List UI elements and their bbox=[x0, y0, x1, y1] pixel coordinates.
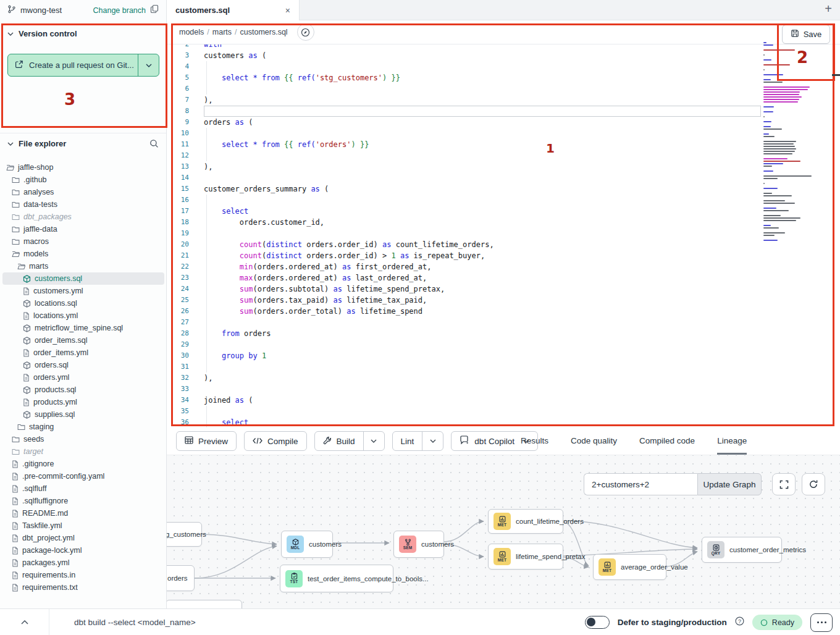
code-line-23[interactable]: 23 max(orders.ordered_at) as last_ordere… bbox=[167, 272, 840, 284]
code-line-6[interactable]: 6 bbox=[167, 83, 840, 95]
tree-item-dbt-project-yml[interactable]: dbt_project.yml bbox=[2, 532, 164, 544]
code-line-12[interactable]: 12 bbox=[167, 150, 840, 161]
tree-item-seeds[interactable]: seeds bbox=[2, 433, 164, 445]
overflow-menu-button[interactable] bbox=[810, 613, 833, 632]
command-input[interactable]: dbt build --select <model_name> bbox=[74, 618, 196, 627]
code-line-30[interactable]: 30 group by 1 bbox=[167, 350, 840, 361]
tree-item-orders-sql[interactable]: orders.sql bbox=[2, 359, 164, 371]
tab-lineage[interactable]: Lineage bbox=[717, 427, 747, 455]
lineage-node-orders[interactable]: orders bbox=[167, 565, 195, 591]
update-graph-button[interactable]: Update Graph bbox=[697, 473, 762, 495]
lineage-node-test-order-items-compute-to-bools-[interactable]: TSTtest_order_items_compute_to_bools... bbox=[280, 565, 393, 592]
defer-toggle[interactable] bbox=[585, 616, 610, 629]
lineage-node-customers[interactable]: SEMcustomers bbox=[393, 531, 444, 558]
tree-item-orders-yml[interactable]: orders.yml bbox=[2, 371, 164, 384]
code-line-16[interactable]: 16 bbox=[167, 195, 840, 206]
lineage-node-customers[interactable]: MDLcustomers bbox=[281, 531, 333, 558]
tree-item-locations-yml[interactable]: locations.yml bbox=[2, 309, 164, 322]
tree-item-analyses[interactable]: analyses bbox=[2, 186, 164, 198]
pr-dropdown-toggle[interactable] bbox=[138, 54, 159, 76]
breadcrumb-item[interactable]: models bbox=[179, 28, 204, 36]
tree-item-customers-yml[interactable]: customers.yml bbox=[2, 285, 164, 297]
fullscreen-button[interactable] bbox=[772, 473, 796, 495]
refresh-button[interactable] bbox=[802, 473, 825, 495]
tree-item-requirements-in[interactable]: requirements.in bbox=[2, 569, 164, 581]
code-line-11[interactable]: 11 select * from {{ ref('orders') }} bbox=[167, 139, 840, 150]
tree-item-customers-sql[interactable]: customers.sql bbox=[2, 272, 164, 285]
lineage-node-lifetime-spend-pretax[interactable]: METlifetime_spend_pretax bbox=[488, 544, 563, 570]
code-line-14[interactable]: 14 bbox=[167, 172, 840, 183]
tree-item--pre-commit-config-yaml[interactable]: .pre-commit-config.yaml bbox=[2, 470, 164, 482]
compass-icon-button[interactable] bbox=[297, 23, 314, 41]
build-button[interactable]: Build bbox=[315, 432, 363, 450]
code-line-9[interactable]: 9orders as ( bbox=[167, 117, 840, 128]
lineage-node-count-lifetime-orders[interactable]: METcount_lifetime_orders bbox=[488, 509, 563, 534]
lineage-node-customer-order-metrics[interactable]: QRYcustomer_order_metrics bbox=[702, 537, 782, 563]
breadcrumb-item[interactable]: customers.sql bbox=[240, 28, 288, 36]
code-line-17[interactable]: 17 select bbox=[167, 206, 840, 217]
file-explorer-header[interactable]: File explorer bbox=[0, 139, 166, 148]
preview-button[interactable]: Preview bbox=[176, 431, 237, 451]
code-line-29[interactable]: 29 bbox=[167, 339, 840, 350]
tree-item-readme-md[interactable]: README.md bbox=[2, 507, 164, 519]
save-button[interactable]: Save bbox=[782, 25, 830, 44]
code-editor[interactable]: 2with3customers as (45 select * from {{ … bbox=[167, 44, 840, 427]
code-line-7[interactable]: 7), bbox=[167, 95, 840, 106]
lineage-node-average-order-value[interactable]: METaverage_order_value bbox=[593, 554, 666, 580]
tree-item-target[interactable]: target bbox=[2, 445, 164, 458]
tree-item-jaffle-data[interactable]: jaffle-data bbox=[2, 223, 164, 235]
code-line-32[interactable]: 32), bbox=[167, 372, 840, 384]
compile-button[interactable]: Compile bbox=[244, 431, 307, 451]
code-line-19[interactable]: 19 bbox=[167, 228, 840, 239]
code-line-13[interactable]: 13), bbox=[167, 161, 840, 172]
lint-dropdown[interactable] bbox=[422, 432, 443, 450]
tree-item-products-sql[interactable]: products.sql bbox=[2, 384, 164, 396]
search-icon[interactable] bbox=[149, 139, 159, 148]
create-pr-button[interactable]: Create a pull request on Git... bbox=[7, 54, 159, 77]
editor-tab[interactable]: customers.sql × bbox=[167, 0, 300, 20]
create-pr-main[interactable]: Create a pull request on Git... bbox=[8, 54, 138, 76]
help-icon[interactable]: ? bbox=[735, 616, 744, 628]
tree-item-dbt-packages[interactable]: dbt_packages bbox=[2, 211, 164, 223]
change-branch-link[interactable]: Change branch bbox=[93, 6, 146, 15]
tree-item-taskfile-yml[interactable]: Taskfile.yml bbox=[2, 519, 164, 532]
code-line-27[interactable]: 27 bbox=[167, 317, 840, 328]
code-line-5[interactable]: 5 select * from {{ ref('stg_customers') … bbox=[167, 72, 840, 83]
code-line-22[interactable]: 22 min(orders.ordered_at) as first_order… bbox=[167, 261, 840, 272]
code-line-24[interactable]: 24 sum(orders.subtotal) as lifetime_spen… bbox=[167, 284, 840, 295]
tree-item-requirements-txt[interactable]: requirements.txt bbox=[2, 581, 164, 594]
tree-item--sqlfluff[interactable]: .sqlfluff bbox=[2, 482, 164, 495]
code-line-31[interactable]: 31 bbox=[167, 361, 840, 372]
new-tab-button[interactable]: + bbox=[825, 2, 832, 16]
tree-item-package-lock-yml[interactable]: package-lock.yml bbox=[2, 544, 164, 557]
version-control-header[interactable]: Version control bbox=[0, 29, 166, 38]
code-line-15[interactable]: 15customer_orders_summary as ( bbox=[167, 183, 840, 195]
breadcrumb-item[interactable]: marts bbox=[212, 28, 232, 36]
tree-item-marts[interactable]: marts bbox=[2, 260, 164, 272]
code-line-34[interactable]: 34joined as ( bbox=[167, 395, 840, 406]
code-line-2[interactable]: 2with bbox=[167, 44, 840, 50]
lint-button[interactable]: Lint bbox=[393, 432, 422, 450]
code-line-8[interactable]: 8 bbox=[167, 106, 840, 117]
tab-code-quality[interactable]: Code quality bbox=[571, 427, 617, 455]
lineage-node-partial[interactable] bbox=[167, 600, 242, 608]
tab-compiled-code[interactable]: Compiled code bbox=[639, 427, 695, 455]
code-line-21[interactable]: 21 count(distinct orders.order_id) > 1 a… bbox=[167, 250, 840, 261]
tree-item-macros[interactable]: macros bbox=[2, 235, 164, 248]
code-line-18[interactable]: 18 orders.customer_id, bbox=[167, 217, 840, 228]
tree-item--gitignore[interactable]: .gitignore bbox=[2, 458, 164, 470]
code-line-20[interactable]: 20 count(distinct orders.order_id) as co… bbox=[167, 239, 840, 250]
tree-item-order-items-sql[interactable]: order_items.sql bbox=[2, 334, 164, 347]
tree-item-locations-sql[interactable]: locations.sql bbox=[2, 297, 164, 309]
code-line-36[interactable]: 36 select bbox=[167, 417, 840, 427]
minimap[interactable] bbox=[763, 42, 814, 242]
tree-item-order-items-yml[interactable]: order_items.yml bbox=[2, 347, 164, 359]
code-line-25[interactable]: 25 sum(orders.tax_paid) as lifetime_tax_… bbox=[167, 295, 840, 306]
tree-item-metricflow-time-spine-sql[interactable]: metricflow_time_spine.sql bbox=[2, 322, 164, 334]
code-line-28[interactable]: 28 from orders bbox=[167, 328, 840, 339]
tab-results[interactable]: Results bbox=[521, 427, 548, 455]
tree-item-packages-yml[interactable]: packages.yml bbox=[2, 557, 164, 569]
model-selector-input[interactable] bbox=[584, 473, 697, 495]
tab-close-icon[interactable]: × bbox=[285, 6, 290, 15]
code-line-3[interactable]: 3customers as ( bbox=[167, 50, 840, 61]
